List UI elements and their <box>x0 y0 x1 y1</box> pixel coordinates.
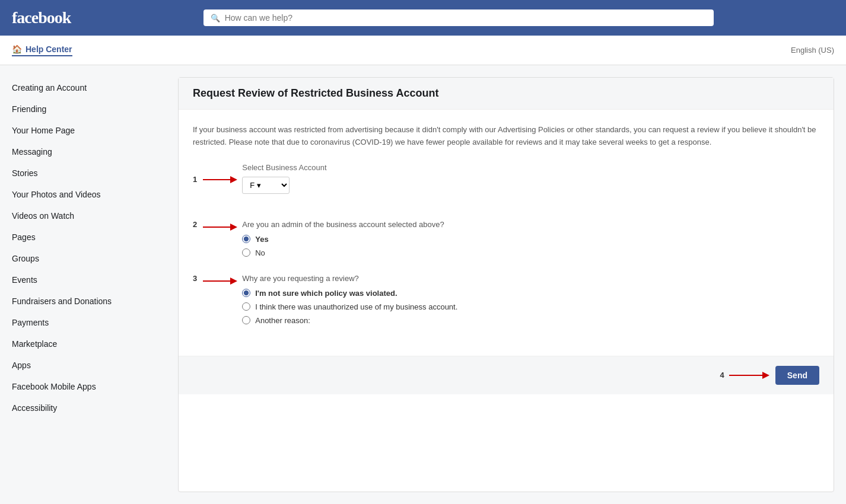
review-radio-1[interactable] <box>242 289 250 297</box>
sidebar-item-your-photos-and-videos[interactable]: Your Photos and Videos <box>12 184 166 205</box>
business-account-select[interactable]: F ▾ <box>242 177 290 194</box>
sidebar-item-stories[interactable]: Stories <box>12 162 166 184</box>
arrow-1-icon <box>203 174 238 186</box>
admin-no-option[interactable]: No <box>242 248 444 257</box>
help-center-label: Help Center <box>26 44 72 54</box>
select-business-label: Select Business Account <box>242 163 326 172</box>
admin-radio-group: Yes No <box>242 235 444 257</box>
search-icon: 🔍 <box>211 14 220 23</box>
review-label-1: I'm not sure which policy was violated. <box>255 289 397 298</box>
review-radio-2[interactable] <box>242 302 250 311</box>
main-layout: Creating an Account Friending Your Home … <box>0 65 846 504</box>
sidebar-item-apps[interactable]: Apps <box>12 355 166 376</box>
sidebar-item-facebook-mobile-apps[interactable]: Facebook Mobile Apps <box>12 376 166 397</box>
sidebar-item-marketplace[interactable]: Marketplace <box>12 333 166 355</box>
review-radio-3[interactable] <box>242 316 250 324</box>
review-radio-group: I'm not sure which policy was violated. … <box>242 289 457 325</box>
form-header: Request Review of Restricted Business Ac… <box>179 78 834 110</box>
sidebar-item-pages[interactable]: Pages <box>12 227 166 248</box>
main-content: Request Review of Restricted Business Ac… <box>178 77 834 492</box>
step-2-number: 2 <box>193 220 197 229</box>
sidebar-item-payments[interactable]: Payments <box>12 312 166 333</box>
admin-yes-option[interactable]: Yes <box>242 235 444 244</box>
admin-question-label: Are you an admin of the business account… <box>242 220 444 229</box>
review-option-1[interactable]: I'm not sure which policy was violated. <box>242 289 457 298</box>
review-label-3: Another reason: <box>255 316 310 325</box>
home-icon: 🏠 <box>12 44 22 54</box>
language-selector[interactable]: English (US) <box>791 46 834 55</box>
page-header: facebook 🔍 <box>0 0 846 36</box>
step-3-number: 3 <box>193 274 197 283</box>
sidebar-item-events[interactable]: Events <box>12 269 166 291</box>
arrow-3-icon <box>203 275 238 287</box>
form-description: If your business account was restricted … <box>193 124 819 149</box>
sidebar-item-messaging[interactable]: Messaging <box>12 141 166 162</box>
sidebar: Creating an Account Friending Your Home … <box>12 77 166 492</box>
review-option-3[interactable]: Another reason: <box>242 316 457 325</box>
form-body: If your business account was restricted … <box>179 110 834 356</box>
sidebar-item-fundraisers-and-donations[interactable]: Fundraisers and Donations <box>12 291 166 312</box>
help-center-link[interactable]: 🏠 Help Center <box>12 44 72 56</box>
review-option-2[interactable]: I think there was unauthorized use of my… <box>242 302 457 311</box>
admin-yes-radio[interactable] <box>242 235 250 243</box>
send-button[interactable]: Send <box>775 366 819 385</box>
sub-header: 🏠 Help Center English (US) <box>0 36 846 65</box>
arrow-2-icon <box>203 221 238 233</box>
admin-no-label: No <box>255 248 265 257</box>
step-1-number: 1 <box>193 175 197 184</box>
sidebar-item-creating-an-account[interactable]: Creating an Account <box>12 77 166 98</box>
sidebar-item-your-home-page[interactable]: Your Home Page <box>12 120 166 141</box>
form-footer: 4 Send <box>179 356 834 394</box>
search-bar[interactable]: 🔍 <box>203 9 714 26</box>
arrow-4-icon <box>729 369 771 381</box>
facebook-logo: facebook <box>12 8 71 27</box>
search-input[interactable] <box>225 13 707 23</box>
sidebar-item-accessibility[interactable]: Accessibility <box>12 397 166 419</box>
sidebar-item-friending[interactable]: Friending <box>12 98 166 120</box>
sidebar-item-groups[interactable]: Groups <box>12 248 166 269</box>
sidebar-item-videos-on-watch[interactable]: Videos on Watch <box>12 205 166 227</box>
admin-yes-label: Yes <box>255 235 268 244</box>
admin-no-radio[interactable] <box>242 248 250 257</box>
form-title: Request Review of Restricted Business Ac… <box>193 87 819 100</box>
step-4-number: 4 <box>720 371 724 379</box>
review-question-label: Why are you requesting a review? <box>242 274 457 283</box>
review-label-2: I think there was unauthorized use of my… <box>255 302 457 311</box>
